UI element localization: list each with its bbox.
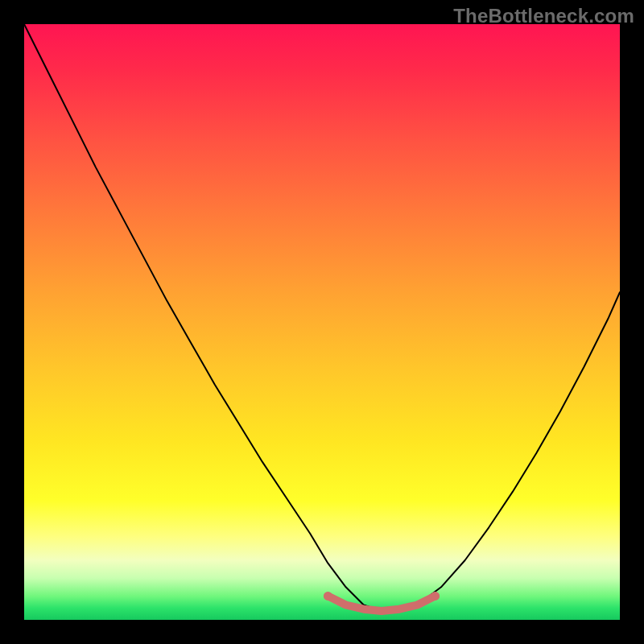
series-bottleneck-curve	[24, 24, 620, 611]
series-group	[24, 24, 620, 611]
chart-stage: TheBottleneck.com	[0, 0, 644, 644]
series-optimal-band-cap	[431, 592, 440, 601]
plot-area	[24, 24, 620, 620]
series-optimal-band	[328, 596, 435, 611]
curve-layer	[24, 24, 620, 620]
watermark-text: TheBottleneck.com	[453, 5, 634, 27]
series-optimal-band-cap	[324, 592, 332, 601]
